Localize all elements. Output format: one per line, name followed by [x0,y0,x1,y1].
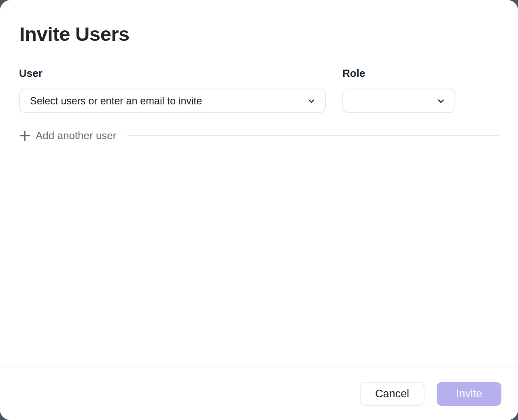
invite-button[interactable]: Invite [437,382,501,406]
chevron-down-icon [436,96,446,106]
user-select-placeholder: Select users or enter an email to invite [30,95,202,107]
plus-icon [19,130,31,142]
add-another-user-label: Add another user [36,129,116,142]
add-user-divider [127,135,499,136]
cancel-button[interactable]: Cancel [360,382,425,406]
chevron-down-icon [307,96,316,106]
user-field-label: User [19,67,42,80]
modal-title: Invite Users [19,23,130,45]
role-field-label: Role [342,67,365,80]
user-select[interactable]: Select users or enter an email to invite [19,89,326,113]
role-select[interactable] [342,89,455,113]
add-user-row: Add another user [19,129,499,142]
modal-footer: Cancel Invite [0,367,518,420]
add-another-user-button[interactable]: Add another user [19,129,116,142]
invite-users-modal: Invite Users User Role Select users or e… [0,0,518,420]
